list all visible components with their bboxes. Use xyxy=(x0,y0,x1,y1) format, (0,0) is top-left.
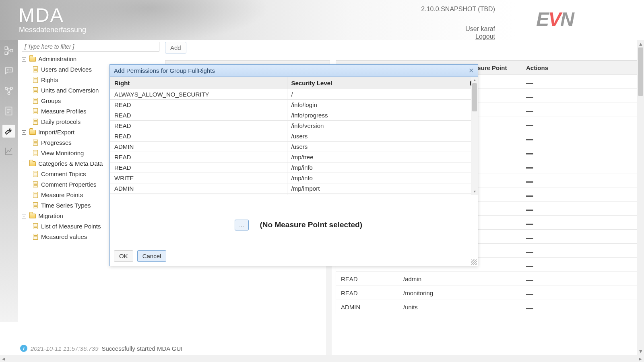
cell-right: ADMIN xyxy=(336,304,398,311)
document-icon[interactable] xyxy=(2,105,15,117)
collapse-icon[interactable]: − xyxy=(22,214,26,218)
remove-icon[interactable] xyxy=(526,252,533,253)
perm-right-cell: READ xyxy=(110,194,287,195)
cell-security-level: /units xyxy=(398,304,461,311)
permission-row[interactable]: READ/mp/info xyxy=(110,162,471,173)
cancel-button[interactable]: Cancel xyxy=(137,250,167,262)
add-permissions-dialog: Add Permissions for Group FullRights ✕ R… xyxy=(109,64,478,266)
collapse-icon[interactable]: − xyxy=(22,162,26,166)
perm-col-right[interactable]: Right xyxy=(110,77,287,89)
tree-icon[interactable] xyxy=(2,44,15,57)
permission-row[interactable]: READ/mp/tree xyxy=(110,152,471,162)
tree-item-label: Measured values xyxy=(41,233,87,240)
vscroll-down-icon[interactable]: ▾ xyxy=(637,348,644,355)
table-row[interactable]: READ/monitoring xyxy=(336,286,638,300)
status-timestamp: 2021-10-11 11:57:36.739 xyxy=(31,345,98,352)
tree-item-label: Groups xyxy=(41,97,61,104)
scroll-thumb[interactable] xyxy=(472,83,477,111)
remove-icon[interactable] xyxy=(526,308,533,309)
permission-row[interactable]: READ/info/progress xyxy=(110,110,471,121)
remove-icon[interactable] xyxy=(526,181,533,183)
page-icon xyxy=(33,77,38,83)
nav-rail xyxy=(0,40,18,322)
table-row[interactable]: ADMIN/units xyxy=(336,300,638,314)
remove-icon[interactable] xyxy=(526,238,533,239)
folder-icon xyxy=(29,161,36,166)
remove-icon[interactable] xyxy=(526,266,533,267)
cell-actions xyxy=(521,78,638,85)
svg-point-5 xyxy=(10,70,10,70)
folder-icon xyxy=(29,57,36,62)
remove-icon[interactable] xyxy=(526,167,533,169)
select-measure-point-button[interactable]: ... xyxy=(235,220,249,230)
cell-actions xyxy=(521,304,638,311)
add-button[interactable]: Add xyxy=(165,42,186,53)
cell-right: READ xyxy=(336,276,398,282)
remove-icon[interactable] xyxy=(526,280,533,281)
vscroll-up-icon[interactable]: ▴ xyxy=(637,40,644,47)
svg-point-3 xyxy=(7,70,8,70)
logout-link[interactable]: Logout xyxy=(475,33,495,40)
remove-icon[interactable] xyxy=(526,210,533,211)
tree-item-label: Progresses xyxy=(41,139,72,146)
window-vscroll[interactable]: ▴ ▾ xyxy=(637,40,644,355)
table-row[interactable]: READ/admin xyxy=(336,272,638,286)
remove-icon[interactable] xyxy=(526,224,533,225)
cell-security-level: /monitoring xyxy=(398,290,461,296)
wrench-icon[interactable] xyxy=(2,125,15,138)
perm-col-security-level[interactable]: Security Level + xyxy=(287,77,471,89)
close-icon[interactable]: ✕ xyxy=(469,67,474,74)
permission-row[interactable]: READ/info/login xyxy=(110,100,471,110)
ok-button[interactable]: OK xyxy=(114,250,133,262)
perm-sl-cell: /info/progress xyxy=(287,110,471,121)
tree-item-label: Users and Devices xyxy=(41,66,92,73)
remove-icon[interactable] xyxy=(526,83,533,84)
current-user-label: User karaf xyxy=(465,25,495,33)
remove-icon[interactable] xyxy=(526,153,533,154)
logo-letter-e: E xyxy=(536,8,548,30)
cell-security-level: /admin xyxy=(398,276,461,282)
window-hscroll[interactable]: ◂ ▸ xyxy=(0,355,644,362)
remove-icon[interactable] xyxy=(526,195,533,197)
collapse-icon[interactable]: − xyxy=(22,57,26,62)
permission-row[interactable]: ADMIN/mp/import xyxy=(110,183,471,194)
tree-folder-label: Import/Export xyxy=(38,129,74,136)
permission-row[interactable]: READ/data/mda xyxy=(110,194,471,195)
permission-row[interactable]: READ/users xyxy=(110,131,471,142)
resize-handle[interactable] xyxy=(471,259,477,265)
tree-filter[interactable] xyxy=(22,42,159,51)
cell-actions xyxy=(521,177,638,184)
remove-icon[interactable] xyxy=(526,125,533,126)
page-icon xyxy=(33,119,38,125)
hscroll-right-icon[interactable]: ▸ xyxy=(637,355,644,362)
permission-row[interactable]: READ/info/version xyxy=(110,121,471,131)
cell-actions xyxy=(521,121,638,128)
chat-icon[interactable] xyxy=(2,64,15,77)
scroll-up-icon[interactable]: ▴ xyxy=(471,77,478,83)
perm-sl-cell: /users xyxy=(287,142,471,152)
permission-row[interactable]: WRITE/mp/info xyxy=(110,173,471,183)
perm-sl-cell: /info/version xyxy=(287,121,471,131)
remove-icon[interactable] xyxy=(526,294,533,295)
remove-icon[interactable] xyxy=(526,97,533,98)
chart-icon[interactable] xyxy=(2,145,15,158)
remove-icon[interactable] xyxy=(526,139,533,140)
scroll-down-icon[interactable]: ▾ xyxy=(471,188,478,195)
tree-item-label: Rights xyxy=(41,76,58,83)
cell-actions xyxy=(521,135,638,142)
page-icon xyxy=(33,202,38,208)
vscroll-thumb[interactable] xyxy=(638,47,643,96)
dialog-titlebar[interactable]: Add Permissions for Group FullRights ✕ xyxy=(110,65,478,77)
tree-filter-input[interactable] xyxy=(22,42,159,51)
network-icon[interactable] xyxy=(2,84,15,97)
permission-row[interactable]: ALWAYS_ALLOW_NO_SECURITY/ xyxy=(110,89,471,100)
collapse-icon[interactable]: − xyxy=(22,130,26,135)
dialog-table-scrollbar[interactable]: ▴ ▾ xyxy=(471,77,478,195)
svg-point-4 xyxy=(8,70,9,70)
cell-actions xyxy=(521,290,638,296)
app-subtitle: Messdatenerfassung xyxy=(19,26,86,34)
hscroll-left-icon[interactable]: ◂ xyxy=(0,355,7,362)
cell-actions xyxy=(521,93,638,99)
permission-row[interactable]: ADMIN/users xyxy=(110,142,471,152)
remove-icon[interactable] xyxy=(526,111,533,112)
